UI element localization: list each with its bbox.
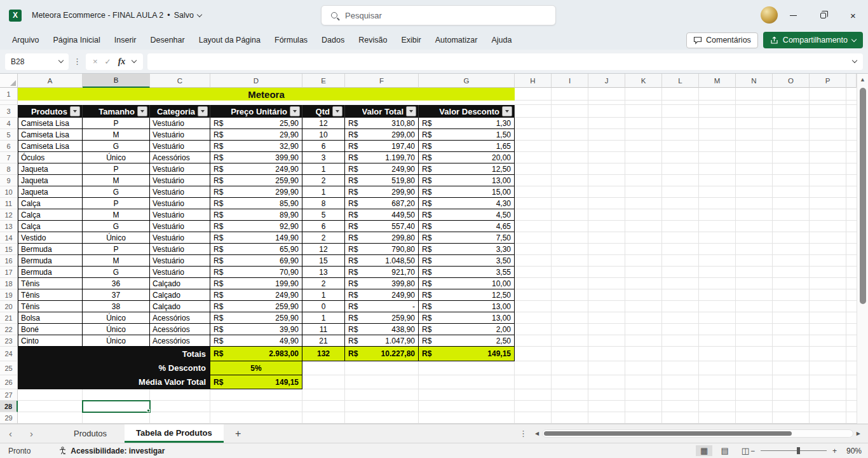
cell[interactable]: R$4,50 [419, 209, 515, 221]
empty-cell[interactable] [810, 375, 846, 389]
empty-cell[interactable] [810, 267, 846, 278]
row-header[interactable]: 29 [0, 412, 18, 424]
empty-cell[interactable] [625, 152, 662, 163]
cell[interactable]: R$921,70 [345, 267, 419, 278]
empty-cell[interactable] [810, 278, 846, 289]
filter-button[interactable] [137, 106, 147, 116]
empty-cell[interactable] [662, 267, 699, 278]
empty-cell[interactable] [515, 141, 552, 152]
empty-cell[interactable] [736, 361, 773, 375]
empty-cell[interactable] [515, 347, 552, 361]
empty-cell[interactable] [552, 347, 588, 361]
empty-cell[interactable] [625, 141, 662, 152]
empty-cell[interactable] [625, 361, 662, 375]
empty-cell[interactable] [150, 389, 210, 401]
empty-cell[interactable] [419, 361, 515, 375]
empty-cell[interactable] [625, 401, 662, 412]
cell[interactable]: R$1.048,50 [345, 255, 419, 267]
restore-button[interactable] [808, 0, 838, 31]
empty-cell[interactable] [810, 175, 846, 186]
empty-cell[interactable] [773, 412, 810, 424]
empty-cell[interactable] [846, 186, 857, 198]
empty-cell[interactable] [552, 312, 588, 324]
cell[interactable]: Vestuário [150, 255, 210, 267]
empty-cell[interactable] [625, 129, 662, 141]
empty-cell[interactable] [552, 412, 588, 424]
row-header[interactable]: 8 [0, 163, 18, 175]
empty-cell[interactable] [810, 101, 846, 105]
cell[interactable]: Vestuário [150, 209, 210, 221]
empty-cell[interactable] [846, 389, 857, 401]
filter-button[interactable] [70, 106, 80, 116]
empty-cell[interactable] [552, 105, 588, 118]
empty-cell[interactable] [515, 375, 552, 389]
empty-cell[interactable] [736, 141, 773, 152]
empty-cell[interactable] [18, 401, 83, 412]
cell[interactable]: R$519,80 [345, 175, 419, 186]
cell[interactable]: R$249,90 [210, 289, 302, 301]
cell[interactable]: R$13,00 [419, 312, 515, 324]
empty-cell[interactable] [625, 232, 662, 244]
empty-cell[interactable] [552, 301, 588, 312]
scroll-up-icon[interactable]: ▲ [860, 77, 865, 83]
row-header[interactable]: 5 [0, 129, 18, 141]
cell[interactable]: Calçado [150, 289, 210, 301]
cell[interactable]: R$259,90 [210, 312, 302, 324]
empty-cell[interactable] [699, 361, 736, 375]
cell[interactable]: 11 [302, 324, 345, 335]
empty-cell[interactable] [83, 412, 150, 424]
menu-tab[interactable]: Revisão [351, 31, 394, 50]
cell[interactable]: P [83, 198, 150, 209]
menu-tab[interactable]: Página Inicial [46, 31, 107, 50]
empty-cell[interactable] [625, 412, 662, 424]
empty-cell[interactable] [810, 129, 846, 141]
more-vertical-icon[interactable]: ⋮ [519, 429, 527, 438]
table-header-cell[interactable]: Categoria [150, 105, 210, 118]
table-header-cell[interactable]: Preço Unitário [210, 105, 302, 118]
table-header-cell[interactable]: Qtd [302, 105, 345, 118]
empty-cell[interactable] [210, 389, 302, 401]
empty-cell[interactable] [810, 118, 846, 129]
empty-cell[interactable] [662, 118, 699, 129]
empty-cell[interactable] [552, 361, 588, 375]
menu-tab[interactable]: Automatizar [428, 31, 485, 50]
empty-cell[interactable] [625, 186, 662, 198]
close-button[interactable]: × [838, 0, 868, 31]
empty-cell[interactable] [625, 324, 662, 335]
cell[interactable]: Tênis [18, 289, 83, 301]
empty-cell[interactable] [588, 101, 625, 105]
empty-cell[interactable] [552, 324, 588, 335]
empty-cell[interactable] [552, 267, 588, 278]
empty-cell[interactable] [588, 209, 625, 221]
empty-cell[interactable] [699, 347, 736, 361]
name-box[interactable]: B28 [5, 53, 69, 70]
empty-cell[interactable] [625, 267, 662, 278]
minimize-button[interactable] [778, 0, 808, 31]
empty-cell[interactable] [515, 163, 552, 175]
empty-cell[interactable] [515, 255, 552, 267]
cell[interactable]: 36 [83, 278, 150, 289]
empty-cell[interactable] [662, 278, 699, 289]
empty-cell[interactable] [810, 389, 846, 401]
empty-cell[interactable] [662, 163, 699, 175]
cell[interactable]: R$3,50 [419, 255, 515, 267]
empty-cell[interactable] [625, 255, 662, 267]
cell[interactable]: Único [83, 232, 150, 244]
cell[interactable]: P [83, 163, 150, 175]
empty-cell[interactable] [846, 324, 857, 335]
row-header[interactable] [0, 101, 18, 105]
empty-cell[interactable] [736, 401, 773, 412]
menu-tab[interactable]: Dados [315, 31, 351, 50]
empty-cell[interactable] [773, 278, 810, 289]
cell[interactable]: M [83, 129, 150, 141]
cell[interactable]: Acessórios [150, 152, 210, 163]
row-header[interactable]: 1 [0, 88, 18, 101]
cell[interactable]: 8 [302, 198, 345, 209]
row-header[interactable]: 12 [0, 209, 18, 221]
row-header[interactable]: 15 [0, 244, 18, 255]
empty-cell[interactable] [588, 244, 625, 255]
column-header[interactable]: A [18, 74, 83, 88]
cell[interactable]: R$1,50 [419, 129, 515, 141]
cell[interactable]: Bermuda [18, 255, 83, 267]
empty-cell[interactable] [810, 186, 846, 198]
